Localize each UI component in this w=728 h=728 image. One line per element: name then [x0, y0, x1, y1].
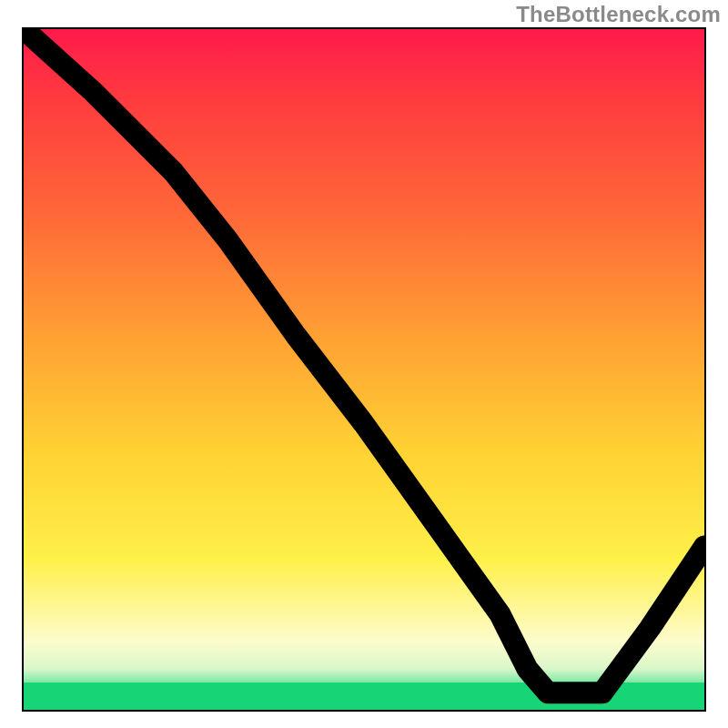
- plot-area: [22, 27, 706, 712]
- chart-stage: TheBottleneck.com: [0, 0, 728, 728]
- watermark-text: TheBottleneck.com: [516, 2, 721, 27]
- curve-svg: [24, 29, 704, 710]
- bottleneck-curve: [24, 29, 704, 693]
